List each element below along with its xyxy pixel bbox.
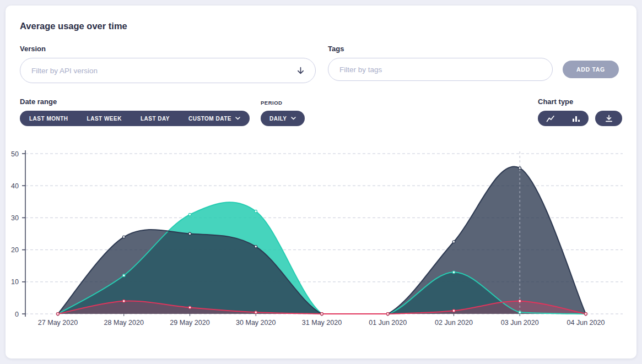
x-axis-labels: 27 May 202028 May 202029 May 202030 May … xyxy=(38,314,605,327)
x-tick-label: 31 May 2020 xyxy=(302,319,342,327)
version-field-label: Version xyxy=(20,45,316,53)
red-series-point[interactable] xyxy=(188,306,191,309)
x-tick-label: 02 Jun 2020 xyxy=(435,319,473,327)
bar-chart-button[interactable] xyxy=(564,111,589,126)
arrow-down-icon[interactable] xyxy=(296,66,305,75)
bar-chart-icon xyxy=(572,115,580,122)
period-value: DAILY xyxy=(269,116,287,122)
dark-series-point[interactable] xyxy=(122,236,125,238)
line-chart-icon xyxy=(546,115,555,122)
y-tick-label: 0 xyxy=(15,311,19,318)
tags-filter-input[interactable] xyxy=(338,65,542,74)
red-series-point[interactable] xyxy=(255,311,257,314)
x-tick-label: 01 Jun 2020 xyxy=(369,319,407,327)
line-chart-button[interactable] xyxy=(538,111,564,126)
series-fills xyxy=(58,166,586,314)
date-range-field: Date range LAST MONTHLAST WEEKLAST DAYCU… xyxy=(20,97,250,126)
page-title: Average usage over time xyxy=(20,21,622,31)
red-series-point[interactable] xyxy=(519,300,521,302)
red-series-point[interactable] xyxy=(386,313,389,316)
date-range-button-custom-date[interactable]: CUSTOM DATE xyxy=(179,111,250,126)
y-tick-label: 20 xyxy=(11,246,19,254)
dark-series-point[interactable] xyxy=(188,232,191,235)
chart-area: 0102030405027 May 202028 May 202029 May … xyxy=(6,145,622,340)
button-label: LAST DAY xyxy=(141,116,170,122)
x-tick-label: 29 May 2020 xyxy=(170,319,209,327)
dark-series-point[interactable] xyxy=(255,245,257,248)
red-series-area xyxy=(58,301,586,314)
red-series-point[interactable] xyxy=(452,309,455,312)
teal-series-point[interactable] xyxy=(452,271,455,274)
tags-field: Tags ADD TAG xyxy=(328,45,619,81)
y-tick-label: 40 xyxy=(11,182,19,190)
chart-type-group xyxy=(538,111,589,126)
download-button[interactable] xyxy=(595,111,622,126)
filters-row: Version Tags ADD TAG xyxy=(20,45,622,83)
y-tick-label: 10 xyxy=(11,278,19,286)
date-range-group: LAST MONTHLAST WEEKLAST DAYCUSTOM DATE xyxy=(20,111,250,126)
date-range-button-last-week[interactable]: LAST WEEK xyxy=(78,111,131,126)
teal-series-point[interactable] xyxy=(122,274,125,277)
x-tick-label: 28 May 2020 xyxy=(104,319,144,327)
red-series-point[interactable] xyxy=(57,313,60,316)
x-tick-label: 27 May 2020 xyxy=(38,319,78,327)
red-series-point[interactable] xyxy=(585,313,587,316)
add-tag-button[interactable]: ADD TAG xyxy=(563,61,619,78)
button-label: LAST WEEK xyxy=(87,116,122,122)
chart-type-label: Chart type xyxy=(538,97,622,106)
y-tick-label: 30 xyxy=(11,214,19,222)
button-label: CUSTOM DATE xyxy=(188,116,231,122)
teal-series-point[interactable] xyxy=(255,210,257,213)
period-label: PERIOD xyxy=(261,100,305,106)
teal-series-point[interactable] xyxy=(519,311,521,314)
download-icon xyxy=(605,115,613,122)
tags-filter[interactable] xyxy=(328,58,553,81)
dark-series-point[interactable] xyxy=(519,167,521,170)
y-tick-label: 50 xyxy=(11,150,19,158)
x-tick-label: 30 May 2020 xyxy=(236,319,276,327)
button-label: LAST MONTH xyxy=(29,116,68,122)
tags-field-label: Tags xyxy=(328,45,619,53)
date-range-button-last-day[interactable]: LAST DAY xyxy=(131,111,179,126)
period-select[interactable]: DAILY xyxy=(261,111,305,126)
x-tick-label: 03 Jun 2020 xyxy=(501,319,539,327)
red-series-point[interactable] xyxy=(122,300,125,302)
date-range-label: Date range xyxy=(20,97,250,106)
date-range-button-last-month[interactable]: LAST MONTH xyxy=(20,111,78,126)
card: Average usage over time Version Tags ADD… xyxy=(6,6,636,358)
chevron-down-icon xyxy=(235,117,240,120)
red-series-point[interactable] xyxy=(321,313,323,316)
version-filter-input[interactable] xyxy=(30,66,296,75)
version-field: Version xyxy=(20,45,316,83)
dark-series-point[interactable] xyxy=(452,241,455,243)
dark-series-area xyxy=(58,166,586,314)
chart-type-field: Chart type xyxy=(538,97,622,126)
period-field: PERIOD DAILY xyxy=(261,100,305,126)
version-filter[interactable] xyxy=(20,58,316,83)
controls-row: Date range LAST MONTHLAST WEEKLAST DAYCU… xyxy=(20,97,622,126)
y-axis: 01020304050 xyxy=(11,150,25,318)
teal-series-point[interactable] xyxy=(188,213,191,216)
x-tick-label: 04 Jun 2020 xyxy=(567,319,605,327)
chevron-down-icon xyxy=(291,117,296,120)
usage-chart[interactable]: 0102030405027 May 202028 May 202029 May … xyxy=(6,145,634,338)
